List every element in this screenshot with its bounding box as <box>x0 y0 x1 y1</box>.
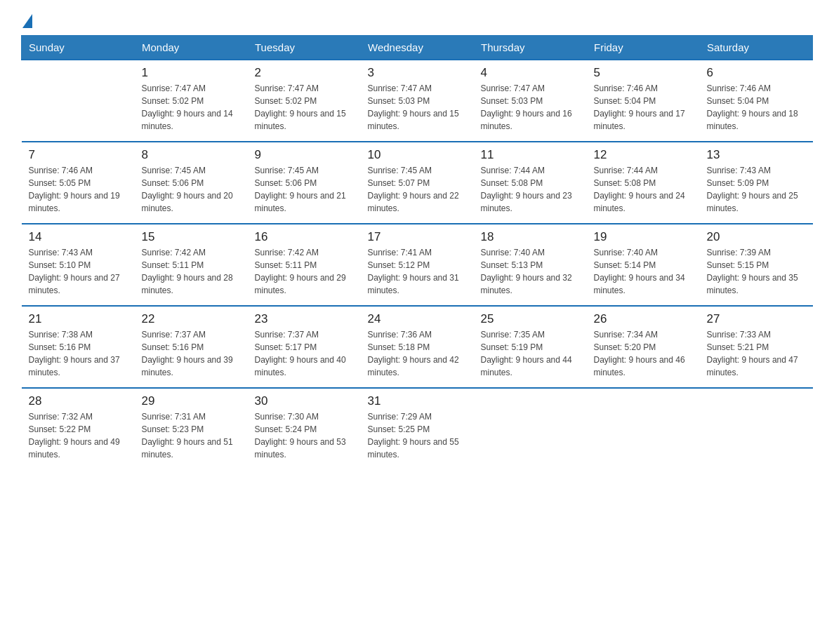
calendar-cell: 4Sunrise: 7:47 AMSunset: 5:03 PMDaylight… <box>474 60 587 142</box>
calendar-cell: 23Sunrise: 7:37 AMSunset: 5:17 PMDayligh… <box>248 306 361 388</box>
day-info: Sunrise: 7:45 AMSunset: 5:06 PMDaylight:… <box>142 164 241 215</box>
day-number: 14 <box>29 230 128 244</box>
day-number: 7 <box>29 148 128 162</box>
day-number: 31 <box>368 394 467 408</box>
day-info: Sunrise: 7:31 AMSunset: 5:23 PMDaylight:… <box>142 410 241 461</box>
day-number: 26 <box>594 312 693 326</box>
calendar-week-row-4: 21Sunrise: 7:38 AMSunset: 5:16 PMDayligh… <box>22 306 813 388</box>
day-info: Sunrise: 7:47 AMSunset: 5:03 PMDaylight:… <box>481 82 580 133</box>
calendar-cell: 30Sunrise: 7:30 AMSunset: 5:24 PMDayligh… <box>248 388 361 469</box>
weekday-header-monday: Monday <box>135 36 248 60</box>
weekday-header-wednesday: Wednesday <box>361 36 474 60</box>
day-info: Sunrise: 7:44 AMSunset: 5:08 PMDaylight:… <box>594 164 693 215</box>
weekday-header-tuesday: Tuesday <box>248 36 361 60</box>
calendar-cell: 8Sunrise: 7:45 AMSunset: 5:06 PMDaylight… <box>135 142 248 224</box>
calendar-cell: 18Sunrise: 7:40 AMSunset: 5:13 PMDayligh… <box>474 224 587 306</box>
day-number: 1 <box>142 66 241 80</box>
calendar-week-row-1: 1Sunrise: 7:47 AMSunset: 5:02 PMDaylight… <box>22 60 813 142</box>
calendar-cell: 12Sunrise: 7:44 AMSunset: 5:08 PMDayligh… <box>587 142 700 224</box>
day-info: Sunrise: 7:35 AMSunset: 5:19 PMDaylight:… <box>481 328 580 379</box>
day-number: 10 <box>368 148 467 162</box>
day-number: 18 <box>481 230 580 244</box>
day-number: 16 <box>255 230 354 244</box>
calendar-cell: 26Sunrise: 7:34 AMSunset: 5:20 PMDayligh… <box>587 306 700 388</box>
calendar-cell: 14Sunrise: 7:43 AMSunset: 5:10 PMDayligh… <box>22 224 135 306</box>
calendar-cell: 27Sunrise: 7:33 AMSunset: 5:21 PMDayligh… <box>700 306 813 388</box>
day-info: Sunrise: 7:39 AMSunset: 5:15 PMDaylight:… <box>707 246 806 297</box>
day-number: 27 <box>707 312 806 326</box>
calendar-cell: 1Sunrise: 7:47 AMSunset: 5:02 PMDaylight… <box>135 60 248 142</box>
logo <box>21 14 32 28</box>
day-number: 4 <box>481 66 580 80</box>
day-info: Sunrise: 7:47 AMSunset: 5:02 PMDaylight:… <box>142 82 241 133</box>
day-number: 9 <box>255 148 354 162</box>
calendar-cell: 25Sunrise: 7:35 AMSunset: 5:19 PMDayligh… <box>474 306 587 388</box>
day-info: Sunrise: 7:42 AMSunset: 5:11 PMDaylight:… <box>255 246 354 297</box>
calendar-cell <box>700 388 813 469</box>
day-info: Sunrise: 7:37 AMSunset: 5:17 PMDaylight:… <box>255 328 354 379</box>
day-info: Sunrise: 7:47 AMSunset: 5:02 PMDaylight:… <box>255 82 354 133</box>
calendar-cell: 17Sunrise: 7:41 AMSunset: 5:12 PMDayligh… <box>361 224 474 306</box>
calendar-cell: 9Sunrise: 7:45 AMSunset: 5:06 PMDaylight… <box>248 142 361 224</box>
calendar-week-row-5: 28Sunrise: 7:32 AMSunset: 5:22 PMDayligh… <box>22 388 813 469</box>
day-number: 8 <box>142 148 241 162</box>
calendar-cell: 22Sunrise: 7:37 AMSunset: 5:16 PMDayligh… <box>135 306 248 388</box>
calendar-cell <box>587 388 700 469</box>
day-info: Sunrise: 7:43 AMSunset: 5:09 PMDaylight:… <box>707 164 806 215</box>
day-info: Sunrise: 7:43 AMSunset: 5:10 PMDaylight:… <box>29 246 128 297</box>
day-info: Sunrise: 7:40 AMSunset: 5:13 PMDaylight:… <box>481 246 580 297</box>
day-number: 24 <box>368 312 467 326</box>
day-number: 20 <box>707 230 806 244</box>
calendar-cell: 7Sunrise: 7:46 AMSunset: 5:05 PMDaylight… <box>22 142 135 224</box>
calendar-week-row-2: 7Sunrise: 7:46 AMSunset: 5:05 PMDaylight… <box>22 142 813 224</box>
day-number: 22 <box>142 312 241 326</box>
weekday-header-saturday: Saturday <box>700 36 813 60</box>
day-number: 19 <box>594 230 693 244</box>
day-number: 29 <box>142 394 241 408</box>
day-info: Sunrise: 7:30 AMSunset: 5:24 PMDaylight:… <box>255 410 354 461</box>
day-number: 3 <box>368 66 467 80</box>
calendar-cell: 28Sunrise: 7:32 AMSunset: 5:22 PMDayligh… <box>22 388 135 469</box>
day-number: 5 <box>594 66 693 80</box>
day-info: Sunrise: 7:46 AMSunset: 5:04 PMDaylight:… <box>707 82 806 133</box>
day-number: 13 <box>707 148 806 162</box>
calendar-cell: 6Sunrise: 7:46 AMSunset: 5:04 PMDaylight… <box>700 60 813 142</box>
calendar-cell: 21Sunrise: 7:38 AMSunset: 5:16 PMDayligh… <box>22 306 135 388</box>
calendar-cell <box>474 388 587 469</box>
day-number: 21 <box>29 312 128 326</box>
calendar-cell: 29Sunrise: 7:31 AMSunset: 5:23 PMDayligh… <box>135 388 248 469</box>
day-info: Sunrise: 7:38 AMSunset: 5:16 PMDaylight:… <box>29 328 128 379</box>
calendar-cell: 10Sunrise: 7:45 AMSunset: 5:07 PMDayligh… <box>361 142 474 224</box>
logo-triangle-icon <box>22 14 32 28</box>
calendar-cell: 3Sunrise: 7:47 AMSunset: 5:03 PMDaylight… <box>361 60 474 142</box>
day-number: 2 <box>255 66 354 80</box>
day-info: Sunrise: 7:29 AMSunset: 5:25 PMDaylight:… <box>368 410 467 461</box>
calendar-cell: 2Sunrise: 7:47 AMSunset: 5:02 PMDaylight… <box>248 60 361 142</box>
day-info: Sunrise: 7:34 AMSunset: 5:20 PMDaylight:… <box>594 328 693 379</box>
calendar-cell: 19Sunrise: 7:40 AMSunset: 5:14 PMDayligh… <box>587 224 700 306</box>
day-info: Sunrise: 7:45 AMSunset: 5:07 PMDaylight:… <box>368 164 467 215</box>
day-info: Sunrise: 7:47 AMSunset: 5:03 PMDaylight:… <box>368 82 467 133</box>
weekday-header-thursday: Thursday <box>474 36 587 60</box>
weekday-header-row: SundayMondayTuesdayWednesdayThursdayFrid… <box>22 36 813 60</box>
calendar-cell: 20Sunrise: 7:39 AMSunset: 5:15 PMDayligh… <box>700 224 813 306</box>
calendar-week-row-3: 14Sunrise: 7:43 AMSunset: 5:10 PMDayligh… <box>22 224 813 306</box>
calendar-table: SundayMondayTuesdayWednesdayThursdayFrid… <box>21 35 813 469</box>
calendar-cell: 11Sunrise: 7:44 AMSunset: 5:08 PMDayligh… <box>474 142 587 224</box>
day-info: Sunrise: 7:44 AMSunset: 5:08 PMDaylight:… <box>481 164 580 215</box>
calendar-cell: 13Sunrise: 7:43 AMSunset: 5:09 PMDayligh… <box>700 142 813 224</box>
day-info: Sunrise: 7:32 AMSunset: 5:22 PMDaylight:… <box>29 410 128 461</box>
day-number: 23 <box>255 312 354 326</box>
day-number: 15 <box>142 230 241 244</box>
calendar-cell: 16Sunrise: 7:42 AMSunset: 5:11 PMDayligh… <box>248 224 361 306</box>
day-number: 6 <box>707 66 806 80</box>
day-info: Sunrise: 7:33 AMSunset: 5:21 PMDaylight:… <box>707 328 806 379</box>
calendar-cell: 5Sunrise: 7:46 AMSunset: 5:04 PMDaylight… <box>587 60 700 142</box>
day-number: 12 <box>594 148 693 162</box>
day-info: Sunrise: 7:37 AMSunset: 5:16 PMDaylight:… <box>142 328 241 379</box>
weekday-header-sunday: Sunday <box>22 36 135 60</box>
day-info: Sunrise: 7:36 AMSunset: 5:18 PMDaylight:… <box>368 328 467 379</box>
day-info: Sunrise: 7:45 AMSunset: 5:06 PMDaylight:… <box>255 164 354 215</box>
day-info: Sunrise: 7:42 AMSunset: 5:11 PMDaylight:… <box>142 246 241 297</box>
day-number: 25 <box>481 312 580 326</box>
